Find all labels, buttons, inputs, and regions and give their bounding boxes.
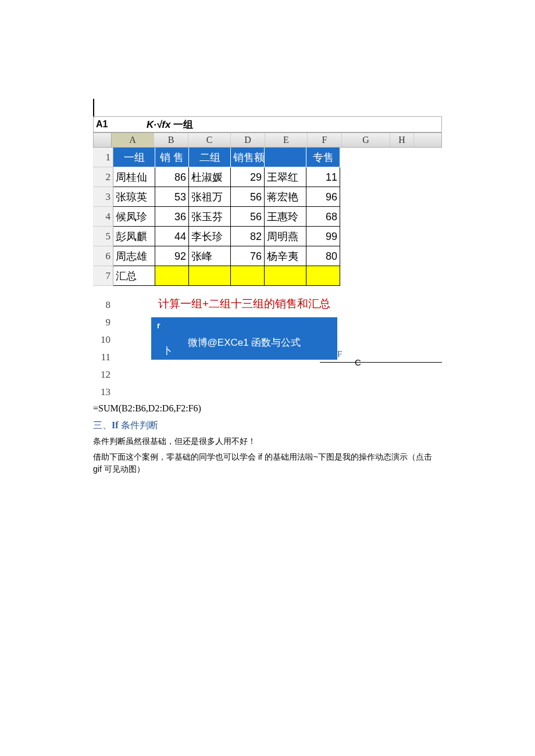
formula-value[interactable]: 一组 [173, 119, 193, 130]
cell[interactable]: 销售额 [231, 148, 265, 167]
formula-bar: A1 K·√fx 一组 [93, 116, 442, 132]
cell[interactable]: 张祖万 [189, 187, 231, 207]
cell[interactable]: 周志雄 [113, 246, 155, 266]
cell[interactable] [189, 266, 231, 286]
cell[interactable]: 86 [155, 167, 189, 187]
fx-icon[interactable]: fx [162, 119, 170, 130]
cell[interactable] [155, 266, 189, 286]
table-row: 2 周桂仙 86 杜淑媛 29 王翠红 11 [93, 167, 442, 187]
cell[interactable]: 96 [306, 187, 340, 207]
cursor-bar [93, 99, 442, 117]
row-header[interactable]: 6 [93, 246, 113, 266]
table-header-row: 1 一组 销 售 二组 销售额 专售 [93, 148, 442, 167]
cell[interactable]: 汇总 [113, 266, 155, 286]
instruction-text: 计算一组+二组十三组的销售和汇总 [128, 296, 361, 311]
cell[interactable] [265, 148, 306, 167]
fx-area: K·√fx 一组 [119, 118, 220, 131]
col-header-c[interactable]: C [188, 133, 231, 147]
cell[interactable]: 80 [306, 246, 340, 266]
cell[interactable]: 11 [306, 167, 340, 187]
cell[interactable]: 29 [231, 167, 265, 187]
col-header-b[interactable]: B [154, 133, 188, 147]
summary-row: 7 汇总 [93, 266, 442, 286]
cell[interactable]: 56 [231, 207, 265, 227]
row-header[interactable]: 2 [93, 167, 113, 187]
table-row: 4 候凤珍 36 张玉芬 56 王惠玲 68 [93, 207, 442, 227]
cell[interactable]: 一组 [113, 148, 155, 167]
row-header[interactable]: 4 [93, 207, 113, 227]
select-all-corner[interactable] [94, 133, 112, 147]
weibo-b: 卜 [163, 345, 172, 357]
cell[interactable]: 82 [231, 227, 265, 246]
name-box[interactable]: A1 [94, 119, 119, 130]
row-header[interactable]: 3 [93, 187, 113, 207]
weibo-box: r 微博@EXCe1 函数与公式 卜 [151, 317, 337, 360]
column-headers: A B C D E F G H [93, 132, 442, 148]
sum-formula: =SUM(B2:B6,D2:D6,F2:F6) [93, 403, 442, 414]
row-numbers-8-13: 8 9 10 11 12 13 [93, 296, 110, 401]
underline [320, 362, 442, 363]
row-header[interactable]: 8 [93, 296, 113, 314]
f-label: F [337, 349, 342, 359]
cell[interactable] [265, 266, 306, 286]
cell[interactable]: 53 [155, 187, 189, 207]
section-3-title: 三、If 条件判断 [93, 420, 442, 432]
cell[interactable] [306, 266, 340, 286]
body-paragraph-2: 借助下面这个案例，零基础的同学也可以学会 if 的基础用法啦~下图是我的操作动态… [93, 451, 442, 475]
col-header-d[interactable]: D [231, 133, 265, 147]
table-row: 5 彭凤麒 44 李长珍 82 周明燕 99 [93, 227, 442, 246]
cell[interactable]: 99 [306, 227, 340, 246]
cell[interactable]: 张峰 [189, 246, 231, 266]
cell[interactable]: 李长珍 [189, 227, 231, 246]
cell[interactable]: 王惠玲 [265, 207, 306, 227]
table-row: 6 周志雄 92 张峰 76 杨辛夷 80 [93, 246, 442, 266]
row-header[interactable]: 5 [93, 227, 113, 246]
col-header-f[interactable]: F [308, 133, 342, 147]
row-header[interactable]: 13 [93, 384, 113, 401]
cell[interactable]: 68 [306, 207, 340, 227]
body-paragraph-1: 条件判断虽然很基础，但还是很多人用不好！ [93, 435, 442, 447]
cell[interactable]: 周桂仙 [113, 167, 155, 187]
cell[interactable]: 王翠红 [265, 167, 306, 187]
col-header-g[interactable]: G [342, 133, 390, 147]
row-header[interactable]: 1 [93, 148, 113, 167]
section-number: 三、 [93, 420, 112, 430]
cell[interactable]: 蒋宏艳 [265, 187, 306, 207]
fx-prefix: K·√ [147, 119, 162, 130]
cell[interactable] [231, 266, 265, 286]
cell[interactable]: 44 [155, 227, 189, 246]
cell[interactable]: 专售 [306, 148, 340, 167]
cell[interactable]: 张玉芬 [189, 207, 231, 227]
cell[interactable]: 76 [231, 246, 265, 266]
section-suffix: 条件判断 [121, 420, 158, 430]
cell[interactable]: 销 售 [155, 148, 189, 167]
col-header-a[interactable]: A [112, 133, 154, 147]
cell[interactable]: 周明燕 [265, 227, 306, 246]
cell[interactable]: 张琼英 [113, 187, 155, 207]
cell[interactable]: 杨辛夷 [265, 246, 306, 266]
col-header-e[interactable]: E [265, 133, 308, 147]
cell[interactable]: 92 [155, 246, 189, 266]
row-header[interactable]: 10 [93, 331, 113, 349]
cell[interactable]: 彭凤麒 [113, 227, 155, 246]
fc-annotation: F C [93, 360, 442, 375]
col-header-h[interactable]: H [390, 133, 414, 147]
cell[interactable]: 候凤珍 [113, 207, 155, 227]
cell[interactable]: 二组 [189, 148, 231, 167]
cell[interactable]: 36 [155, 207, 189, 227]
weibo-text: 微博@EXCe1 函数与公式 [157, 336, 331, 349]
table-row: 3 张琼英 53 张祖万 56 蒋宏艳 96 [93, 187, 442, 207]
cell[interactable]: 杜淑媛 [189, 167, 231, 187]
cell[interactable]: 56 [231, 187, 265, 207]
weibo-r: r [157, 321, 331, 330]
section-if: If [112, 420, 119, 430]
row-header[interactable]: 9 [93, 314, 113, 331]
row-header[interactable]: 7 [93, 266, 113, 286]
